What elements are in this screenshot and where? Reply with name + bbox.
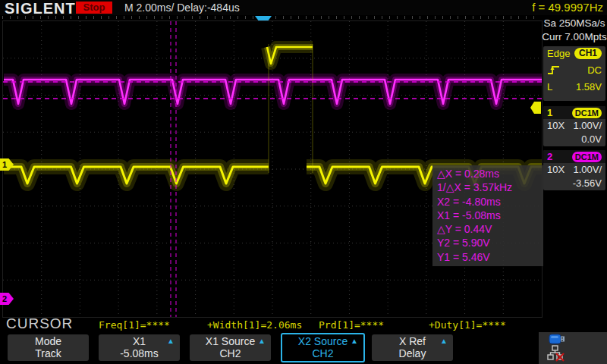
menu-button-x1[interactable]: ▲ X1 -5.08ms [99,334,180,361]
meas-pwidth: +Width[1]=2.06ms [207,319,302,331]
timebase-readout: M 2.00ms/ Delay:-484us [124,2,240,14]
ch1-panel[interactable]: 1 DC1M 10X 1.00V/ 0.0V [543,106,605,146]
ch1-number: 1 [547,107,552,118]
cursor-dy: △Y = 0.44V [437,222,543,236]
menu-button-x-ref[interactable]: ▲ X Ref Delay [372,334,453,361]
trigger-position-ruler [2,16,541,19]
oscilloscope-screen: SIGLENT Stop M 2.00ms/ Delay:-484us f = … [0,0,607,364]
cursor-dx: △X = 0.28ms [437,167,543,180]
ch2-number: 2 [547,151,552,162]
ch2-coupling-badge: DC1M [572,152,602,162]
cursor-mode-title: CURSOR [6,315,73,332]
cursor-y2: Y2 = 5.90V [437,236,543,249]
lan-disconnected-icon [547,345,567,362]
cursor-y1: Y1 = 5.46V [437,250,543,264]
trigger-type: Edge [547,48,570,59]
ch1-coupling-badge: DC1M [572,108,602,118]
chevron-up-icon: ▲ [258,337,266,345]
siglent-logo: SIGLENT [5,0,76,17]
usb-drive-icon [549,334,567,344]
header-bar: SIGLENT Stop M 2.00ms/ Delay:-484us f = … [0,0,607,15]
meas-duty: +Duty[1]=**** [429,319,506,331]
chevron-up-icon: ▲ [440,337,448,345]
cursor-x1: X1 = -5.08ms [437,209,543,222]
trigger-level-value: 1.58V [576,81,602,93]
menu-button-x2-source[interactable]: ▲ X2 Source CH2 [281,333,365,362]
io-status-panel [539,332,607,364]
meas-period: Prd[1]=**** [319,319,384,331]
trigger-coupling: DC [587,64,602,76]
cursor-x2: X2 = -4.80ms [437,195,543,209]
sample-rate: Sa 250MSa/s [542,17,607,29]
cursor-inv-dx: 1/△X = 3.57kHz [437,180,543,194]
chevron-up-icon: ▲ [351,337,358,345]
cursor-readout-box: △X = 0.28ms 1/△X = 3.57kHz X2 = -4.80ms … [432,165,543,266]
softkey-menu-bar: Mode Track ▲ X1 -5.08ms ▲ X1 Source CH2 … [0,332,607,364]
menu-button-x1-source[interactable]: ▲ X1 Source CH2 [190,334,271,361]
rising-edge-icon [547,64,561,76]
ch2-scale: 1.00V/ [573,163,602,177]
frequency-counter: f = 49.9997Hz [532,1,603,14]
chevron-up-icon: ▲ [167,337,175,345]
ch2-panel[interactable]: 2 DC1M 10X 1.00V/ -3.56V [543,150,605,190]
menu-button-mode[interactable]: Mode Track [8,334,89,361]
ch1-scale: 1.00V/ [573,119,602,133]
trigger-source-badge: CH1 [574,48,602,59]
ch1-probe: 10X [547,119,565,133]
run-state-badge[interactable]: Stop [76,2,112,14]
ch1-offset: 0.0V [543,133,605,146]
ch2-probe: 10X [547,163,565,177]
trigger-level-label: L [547,81,552,93]
ch2-offset: -3.56V [543,177,605,190]
memory-depth: Curr 7.00Mpts [542,31,607,42]
trigger-panel[interactable]: Edge CH1 DC L 1.58V [543,46,605,101]
meas-freq: Freq[1]=**** [99,319,170,331]
